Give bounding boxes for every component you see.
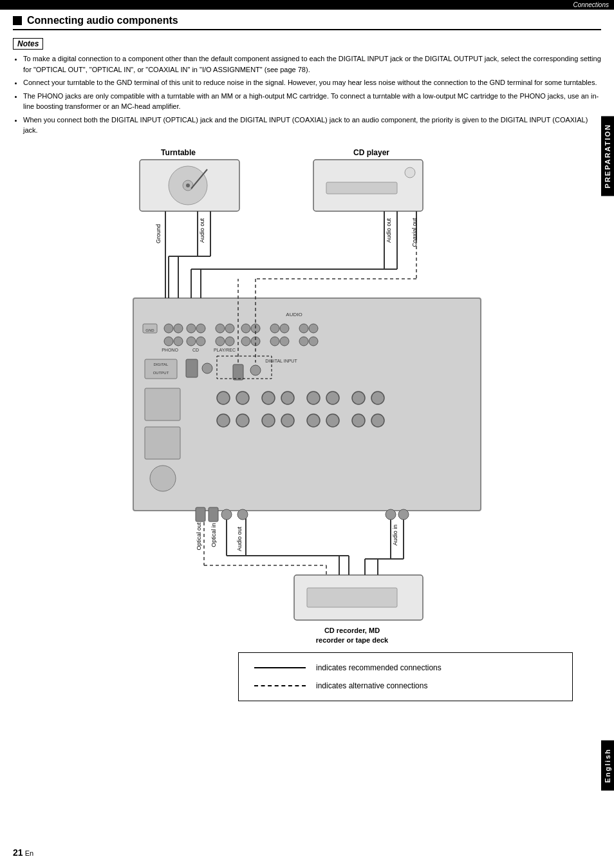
svg-point-45	[309, 337, 318, 346]
svg-point-53	[202, 363, 212, 373]
svg-rect-116	[196, 507, 205, 522]
svg-point-23	[174, 324, 183, 333]
svg-point-65	[326, 392, 339, 404]
svg-point-39	[225, 337, 234, 346]
svg-point-74	[352, 414, 365, 427]
notes-list: To make a digital connection to a compon…	[23, 53, 601, 136]
preparation-tab: PREPARATION	[601, 116, 614, 196]
svg-point-59	[150, 466, 176, 491]
svg-text:Audio out: Audio out	[236, 526, 243, 551]
svg-text:CD: CD	[192, 348, 199, 352]
english-tab: English	[601, 741, 614, 791]
svg-text:AUDIO: AUDIO	[286, 312, 302, 317]
svg-text:PLAY/REC: PLAY/REC	[214, 348, 236, 352]
svg-point-121	[398, 509, 409, 520]
legend-solid-label: indicates recommended connections	[316, 663, 442, 672]
diagram-container: Turntable CD player Ground	[13, 144, 601, 646]
svg-point-37	[196, 337, 205, 346]
legend-solid-line	[254, 667, 306, 668]
svg-rect-58	[145, 427, 180, 459]
svg-rect-55	[233, 364, 243, 380]
note-item-2: Connect your turntable to the GND termin…	[23, 77, 601, 88]
legend-dashed-label: indicates alternative connections	[316, 681, 427, 690]
section-title: Connecting audio components	[27, 15, 178, 26]
svg-point-24	[187, 324, 196, 333]
svg-point-120	[386, 509, 396, 520]
svg-point-72	[307, 414, 320, 427]
svg-point-119	[237, 509, 248, 520]
svg-text:recorder or tape deck: recorder or tape deck	[316, 636, 389, 644]
svg-point-63	[281, 392, 294, 404]
notes-label: Notes	[13, 38, 43, 50]
main-content: Connecting audio components Notes To mak…	[0, 10, 614, 713]
svg-point-26	[216, 324, 225, 333]
svg-point-69	[236, 414, 249, 427]
svg-rect-52	[186, 359, 198, 377]
svg-point-43	[280, 337, 289, 346]
svg-point-28	[241, 324, 250, 333]
svg-text:DIGITAL: DIGITAL	[154, 363, 169, 366]
svg-text:Optical in: Optical in	[210, 523, 217, 547]
page-number: 21 En	[13, 847, 33, 858]
svg-text:DIGITAL INPUT: DIGITAL INPUT	[265, 359, 297, 363]
svg-text:Optical out: Optical out	[196, 522, 202, 550]
svg-rect-57	[145, 388, 180, 420]
svg-point-56	[250, 365, 261, 375]
svg-point-38	[216, 337, 225, 346]
svg-text:CD recorder, MD: CD recorder, MD	[324, 627, 380, 634]
svg-point-22	[164, 324, 173, 333]
section-heading: Connecting audio components	[13, 15, 601, 30]
note-item-3: The PHONO jacks are only compatible with…	[23, 91, 601, 112]
svg-point-42	[270, 337, 279, 346]
legend-box: indicates recommended connections indica…	[238, 652, 573, 701]
svg-point-70	[262, 414, 275, 427]
svg-text:Audio out: Audio out	[199, 218, 205, 243]
svg-point-40	[241, 337, 250, 346]
svg-rect-6	[326, 182, 397, 194]
svg-point-118	[221, 509, 232, 520]
svg-point-67	[371, 392, 384, 404]
svg-rect-94	[307, 588, 397, 607]
legend-dashed-item: indicates alternative connections	[254, 681, 557, 690]
svg-point-25	[196, 324, 205, 333]
svg-point-71	[281, 414, 294, 427]
svg-point-33	[309, 324, 318, 333]
svg-text:PHONO: PHONO	[162, 348, 178, 352]
turntable-label: Turntable	[161, 148, 196, 157]
svg-text:Audio out: Audio out	[386, 218, 392, 243]
svg-rect-117	[209, 507, 218, 522]
svg-text:Audio in: Audio in	[392, 524, 398, 545]
top-header-bar: Connections	[0, 0, 614, 10]
connection-diagram: Turntable CD player Ground	[114, 144, 500, 646]
svg-point-7	[405, 167, 415, 178]
svg-point-36	[187, 337, 196, 346]
svg-point-61	[236, 392, 249, 404]
svg-point-31	[280, 324, 289, 333]
svg-point-3	[186, 184, 190, 187]
svg-point-62	[262, 392, 275, 404]
svg-point-68	[217, 414, 230, 427]
svg-point-75	[371, 414, 384, 427]
note-item-4: When you connect both the DIGITAL INPUT …	[23, 115, 601, 136]
svg-point-66	[352, 392, 365, 404]
legend-solid-item: indicates recommended connections	[254, 663, 557, 672]
svg-text:Ground: Ground	[155, 223, 162, 243]
legend-dashed-line	[254, 685, 306, 686]
svg-point-44	[299, 337, 308, 346]
svg-point-60	[217, 392, 230, 404]
svg-point-32	[299, 324, 308, 333]
svg-point-34	[164, 337, 173, 346]
svg-point-64	[307, 392, 320, 404]
cd-player-label: CD player	[353, 148, 389, 157]
note-item-1: To make a digital connection to a compon…	[23, 53, 601, 75]
svg-text:GND: GND	[145, 328, 154, 332]
section-icon	[13, 16, 22, 25]
svg-point-30	[270, 324, 279, 333]
svg-point-27	[225, 324, 234, 333]
svg-point-35	[174, 337, 183, 346]
section-label: Connections	[573, 1, 609, 8]
svg-text:OUTPUT: OUTPUT	[153, 371, 169, 375]
svg-point-73	[326, 414, 339, 427]
